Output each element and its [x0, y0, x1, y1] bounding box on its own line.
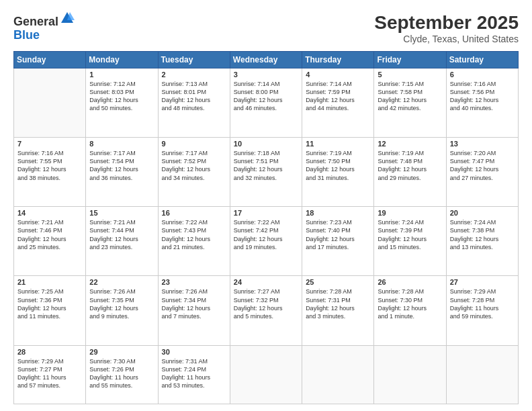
day-number: 5: [378, 71, 442, 79]
calendar-day-cell: 12Sunrise: 7:19 AM Sunset: 7:48 PM Dayli…: [374, 138, 446, 207]
day-number: 14: [17, 209, 82, 217]
calendar-day-cell: 17Sunrise: 7:22 AM Sunset: 7:42 PM Dayli…: [230, 207, 302, 276]
calendar-day-cell: 2Sunrise: 7:13 AM Sunset: 8:01 PM Daylig…: [158, 68, 230, 138]
day-info: Sunrise: 7:15 AM Sunset: 7:58 PM Dayligh…: [378, 80, 442, 113]
day-info: Sunrise: 7:17 AM Sunset: 7:54 PM Dayligh…: [89, 149, 154, 182]
calendar-day-cell: 25Sunrise: 7:28 AM Sunset: 7:31 PM Dayli…: [302, 276, 374, 345]
calendar-day-header: Sunday: [14, 52, 86, 68]
day-number: 25: [306, 278, 370, 286]
calendar-day-cell: 3Sunrise: 7:14 AM Sunset: 8:00 PM Daylig…: [230, 68, 302, 138]
day-info: Sunrise: 7:28 AM Sunset: 7:30 PM Dayligh…: [378, 287, 442, 320]
calendar-header-row: SundayMondayTuesdayWednesdayThursdayFrid…: [14, 52, 519, 68]
day-info: Sunrise: 7:19 AM Sunset: 7:48 PM Dayligh…: [378, 149, 442, 182]
day-info: Sunrise: 7:21 AM Sunset: 7:46 PM Dayligh…: [17, 218, 82, 251]
calendar-day-cell: [14, 68, 86, 138]
day-number: 22: [89, 278, 154, 286]
day-info: Sunrise: 7:26 AM Sunset: 7:34 PM Dayligh…: [162, 287, 226, 320]
calendar-day-cell: 27Sunrise: 7:29 AM Sunset: 7:28 PM Dayli…: [446, 276, 518, 345]
calendar-week-row: 1Sunrise: 7:12 AM Sunset: 8:03 PM Daylig…: [14, 68, 519, 138]
day-number: 10: [234, 140, 298, 148]
day-number: 28: [17, 348, 82, 356]
day-number: 19: [378, 209, 442, 217]
day-number: 9: [162, 140, 226, 148]
calendar-day-cell: 29Sunrise: 7:30 AM Sunset: 7:26 PM Dayli…: [86, 345, 158, 404]
calendar-day-cell: 23Sunrise: 7:26 AM Sunset: 7:34 PM Dayli…: [158, 276, 230, 345]
calendar-day-cell: 1Sunrise: 7:12 AM Sunset: 8:03 PM Daylig…: [86, 68, 158, 138]
calendar-week-row: 14Sunrise: 7:21 AM Sunset: 7:46 PM Dayli…: [14, 207, 519, 276]
location: Clyde, Texas, United States: [374, 34, 519, 44]
title-block: September 2025 Clyde, Texas, United Stat…: [374, 12, 519, 44]
day-number: 3: [234, 71, 298, 79]
calendar-day-cell: 19Sunrise: 7:24 AM Sunset: 7:39 PM Dayli…: [374, 207, 446, 276]
logo: General Blue: [13, 12, 75, 42]
day-info: Sunrise: 7:23 AM Sunset: 7:40 PM Dayligh…: [306, 218, 370, 251]
day-info: Sunrise: 7:26 AM Sunset: 7:35 PM Dayligh…: [89, 287, 154, 320]
day-info: Sunrise: 7:21 AM Sunset: 7:44 PM Dayligh…: [89, 218, 154, 251]
calendar-day-cell: 18Sunrise: 7:23 AM Sunset: 7:40 PM Dayli…: [302, 207, 374, 276]
day-number: 23: [162, 278, 226, 286]
logo-general-text: General: [13, 15, 58, 28]
day-info: Sunrise: 7:18 AM Sunset: 7:51 PM Dayligh…: [234, 149, 298, 182]
day-info: Sunrise: 7:29 AM Sunset: 7:27 PM Dayligh…: [17, 357, 82, 390]
calendar-day-header: Saturday: [446, 52, 518, 68]
logo-blue-text: Blue: [13, 28, 40, 42]
day-number: 15: [89, 209, 154, 217]
day-info: Sunrise: 7:24 AM Sunset: 7:38 PM Dayligh…: [450, 218, 515, 251]
calendar-day-cell: 22Sunrise: 7:26 AM Sunset: 7:35 PM Dayli…: [86, 276, 158, 345]
day-number: 21: [17, 278, 82, 286]
calendar-day-header: Friday: [374, 52, 446, 68]
day-number: 11: [306, 140, 370, 148]
calendar-day-cell: 9Sunrise: 7:17 AM Sunset: 7:52 PM Daylig…: [158, 138, 230, 207]
calendar-day-cell: 14Sunrise: 7:21 AM Sunset: 7:46 PM Dayli…: [14, 207, 86, 276]
day-number: 24: [234, 278, 298, 286]
day-number: 27: [450, 278, 515, 286]
day-info: Sunrise: 7:31 AM Sunset: 7:24 PM Dayligh…: [162, 357, 226, 390]
calendar-day-cell: 11Sunrise: 7:19 AM Sunset: 7:50 PM Dayli…: [302, 138, 374, 207]
day-number: 18: [306, 209, 370, 217]
day-info: Sunrise: 7:22 AM Sunset: 7:43 PM Dayligh…: [162, 218, 226, 251]
calendar-day-header: Tuesday: [158, 52, 230, 68]
day-info: Sunrise: 7:13 AM Sunset: 8:01 PM Dayligh…: [162, 80, 226, 113]
calendar-week-row: 21Sunrise: 7:25 AM Sunset: 7:36 PM Dayli…: [14, 276, 519, 345]
day-number: 8: [89, 140, 154, 148]
calendar-day-cell: 10Sunrise: 7:18 AM Sunset: 7:51 PM Dayli…: [230, 138, 302, 207]
day-number: 7: [17, 140, 82, 148]
calendar-day-cell: 5Sunrise: 7:15 AM Sunset: 7:58 PM Daylig…: [374, 68, 446, 138]
day-info: Sunrise: 7:28 AM Sunset: 7:31 PM Dayligh…: [306, 287, 370, 320]
calendar-day-cell: 13Sunrise: 7:20 AM Sunset: 7:47 PM Dayli…: [446, 138, 518, 207]
day-number: 2: [162, 71, 226, 79]
day-number: 16: [162, 209, 226, 217]
day-info: Sunrise: 7:24 AM Sunset: 7:39 PM Dayligh…: [378, 218, 442, 251]
calendar: SundayMondayTuesdayWednesdayThursdayFrid…: [13, 51, 519, 404]
calendar-day-cell: [446, 345, 518, 404]
calendar-day-header: Thursday: [302, 52, 374, 68]
calendar-day-cell: 16Sunrise: 7:22 AM Sunset: 7:43 PM Dayli…: [158, 207, 230, 276]
day-info: Sunrise: 7:22 AM Sunset: 7:42 PM Dayligh…: [234, 218, 298, 251]
calendar-day-cell: 7Sunrise: 7:16 AM Sunset: 7:55 PM Daylig…: [14, 138, 86, 207]
calendar-day-cell: 28Sunrise: 7:29 AM Sunset: 7:27 PM Dayli…: [14, 345, 86, 404]
day-info: Sunrise: 7:16 AM Sunset: 7:56 PM Dayligh…: [450, 80, 515, 113]
day-number: 4: [306, 71, 370, 79]
calendar-day-header: Wednesday: [230, 52, 302, 68]
calendar-day-cell: 8Sunrise: 7:17 AM Sunset: 7:54 PM Daylig…: [86, 138, 158, 207]
day-info: Sunrise: 7:17 AM Sunset: 7:52 PM Dayligh…: [162, 149, 226, 182]
day-info: Sunrise: 7:29 AM Sunset: 7:28 PM Dayligh…: [450, 287, 515, 320]
day-number: 26: [378, 278, 442, 286]
calendar-day-cell: 4Sunrise: 7:14 AM Sunset: 7:59 PM Daylig…: [302, 68, 374, 138]
logo-icon: [60, 11, 75, 26]
calendar-day-cell: [230, 345, 302, 404]
calendar-day-cell: 20Sunrise: 7:24 AM Sunset: 7:38 PM Dayli…: [446, 207, 518, 276]
calendar-week-row: 7Sunrise: 7:16 AM Sunset: 7:55 PM Daylig…: [14, 138, 519, 207]
calendar-day-cell: 30Sunrise: 7:31 AM Sunset: 7:24 PM Dayli…: [158, 345, 230, 404]
calendar-day-header: Monday: [86, 52, 158, 68]
day-info: Sunrise: 7:19 AM Sunset: 7:50 PM Dayligh…: [306, 149, 370, 182]
day-info: Sunrise: 7:16 AM Sunset: 7:55 PM Dayligh…: [17, 149, 82, 182]
day-number: 6: [450, 71, 515, 79]
month-title: September 2025: [374, 12, 519, 34]
day-info: Sunrise: 7:20 AM Sunset: 7:47 PM Dayligh…: [450, 149, 515, 182]
day-info: Sunrise: 7:12 AM Sunset: 8:03 PM Dayligh…: [89, 80, 154, 113]
calendar-week-row: 28Sunrise: 7:29 AM Sunset: 7:27 PM Dayli…: [14, 345, 519, 404]
day-info: Sunrise: 7:14 AM Sunset: 8:00 PM Dayligh…: [234, 80, 298, 113]
calendar-day-cell: 15Sunrise: 7:21 AM Sunset: 7:44 PM Dayli…: [86, 207, 158, 276]
day-number: 30: [162, 348, 226, 356]
